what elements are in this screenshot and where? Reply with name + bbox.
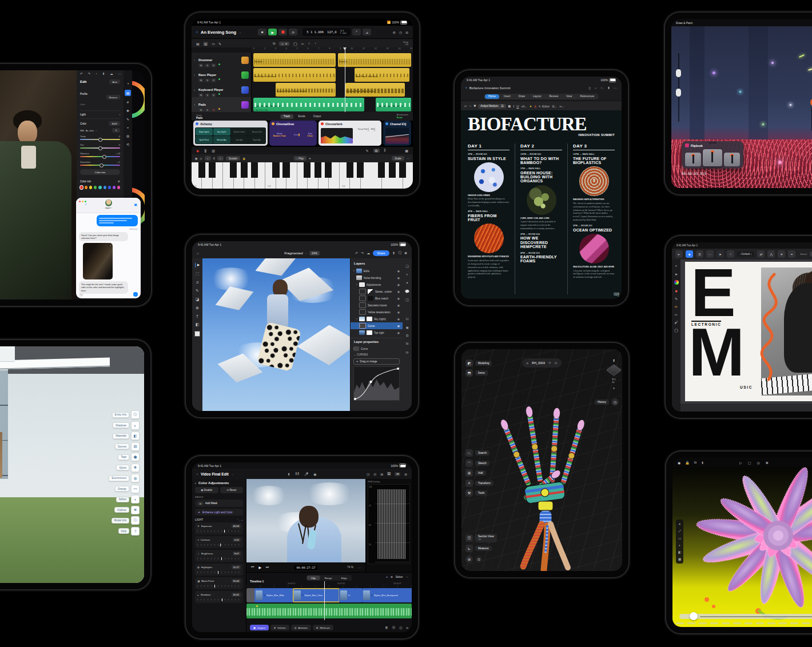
styles-button[interactable]: Styles	[116, 465, 129, 470]
region[interactable]: Keyboard Player - Simple Pad	[376, 98, 411, 111]
eraser-tool-icon[interactable]: ◪	[196, 297, 200, 302]
preset-cell[interactable]: Epic Synth	[213, 128, 230, 135]
velocity-icon[interactable]: ◔	[314, 42, 316, 46]
settings-icon[interactable]: ◷	[399, 30, 402, 34]
mask-icon[interactable]: ◧	[678, 550, 681, 554]
entity-info-icon[interactable]: ⓘ	[131, 410, 140, 419]
sketch-button[interactable]: Sketch	[475, 461, 489, 466]
timeline-scrubber[interactable]	[679, 614, 812, 619]
minimize-icon[interactable]: ⊖	[405, 30, 408, 34]
clip-s[interactable]: S...	[339, 588, 363, 602]
snap-toggle-icon[interactable]: ⊙	[475, 556, 483, 563]
region[interactable]: Keyboard Player - Block Chords	[345, 83, 405, 97]
eyedropper-icon[interactable]: ✎	[112, 128, 120, 133]
play-button[interactable]: ▶	[268, 29, 277, 35]
close-icon[interactable]: ⊗	[118, 179, 120, 183]
tab-output[interactable]: Output	[310, 114, 325, 119]
image-canvas[interactable]	[202, 258, 350, 411]
text-tool-icon[interactable]: T	[196, 314, 198, 318]
mute-icon[interactable]: Ⓐ	[392, 626, 396, 630]
preset-cell[interactable]: Synth Pluck	[196, 136, 213, 143]
close-icon[interactable]: ✕	[678, 522, 681, 526]
soften-icon[interactable]: ◖	[131, 495, 140, 504]
hand-tool-icon[interactable]: ☝	[727, 250, 734, 258]
preset-cell[interactable]: Bright Arp	[248, 136, 265, 143]
visibility-icon[interactable]: ◉	[397, 269, 400, 273]
add-attachment-button[interactable]: ＋	[79, 292, 83, 297]
brush-tool-icon[interactable]: 🖌	[675, 321, 678, 324]
quantize-icon[interactable]: ⊹ ✦	[279, 42, 289, 46]
sketch-icon[interactable]: ◠	[465, 460, 473, 467]
split-keyboard-icon[interactable]: ◫	[200, 157, 202, 160]
next-frame-icon[interactable]: ⏭	[266, 565, 269, 569]
keyboard-panel-icon[interactable]: ▦	[405, 149, 408, 153]
song-title[interactable]: An Evening Song	[201, 30, 236, 35]
search-button[interactable]: Search	[475, 450, 489, 456]
blackpoint-slider[interactable]: ◪Black Point15.44	[195, 577, 243, 589]
photo-attachment[interactable]: ✕	[83, 243, 113, 279]
heal-icon[interactable]: ✚	[126, 109, 129, 113]
layer-row[interactable]: ▾Adjustments◉	[351, 281, 403, 288]
layer-row[interactable]: ▾Sky (right)◉	[351, 315, 403, 322]
play-icon[interactable]: ▶	[258, 565, 261, 569]
clip-stub[interactable]	[246, 588, 256, 602]
clip-skyline-close-selected[interactable]: ≡Skyline_Blue_Close	[293, 588, 340, 602]
display-button[interactable]: Display	[115, 486, 129, 492]
lock-icon[interactable]: 🔒	[685, 461, 690, 465]
number-list-icon[interactable]: ≔⌄	[559, 105, 564, 108]
doc-title[interactable]: Biofacture Innovation Summit	[469, 86, 511, 90]
track-header-bass[interactable]: 2 Bass Player MSR	[192, 67, 252, 82]
solo-button[interactable]: S	[205, 63, 210, 67]
color-section[interactable]: Color	[80, 122, 86, 125]
color-mix-dots[interactable]	[80, 186, 120, 189]
frame-icon[interactable]: ▭	[678, 537, 681, 540]
home-icon[interactable]: ⌂	[197, 251, 199, 255]
timeline-playhead[interactable]	[324, 581, 325, 620]
panel-back-icon[interactable]: ‹	[195, 481, 196, 485]
align-icon[interactable]: ≑	[778, 250, 785, 258]
mic-icon[interactable]: 🎤	[304, 472, 309, 476]
contact-name[interactable]: Joyce ›	[105, 207, 112, 209]
material-icon[interactable]: ◐	[679, 544, 680, 547]
layer-row[interactable]: Yellow desaturation◉	[351, 309, 403, 315]
layer-row[interactable]: Sweat...ooster◉	[351, 288, 403, 295]
minimize-icon[interactable]: ⊖	[404, 472, 407, 476]
connect-icon[interactable]: ∞	[386, 576, 388, 578]
add-icon[interactable]: ⊞	[465, 469, 473, 477]
scenes-button[interactable]: Scenes	[115, 444, 129, 449]
settings-icon[interactable]: ✾	[766, 461, 769, 465]
record-icon[interactable]: ◉	[678, 461, 680, 465]
share-icon[interactable]: ⬆	[102, 72, 105, 75]
axis-icon[interactable]: ⌖	[613, 386, 615, 390]
eyedropper-icon[interactable]: ✎	[675, 297, 678, 301]
pen-icon[interactable]: ✒	[788, 250, 795, 258]
temp-slider[interactable]: Temp0	[80, 135, 120, 140]
region[interactable]: Bass Player - Indie Disco	[355, 68, 409, 82]
default-preset-select[interactable]: ‹ Default ›	[737, 251, 754, 257]
curves-section-header[interactable]: ⌄ CURVES	[351, 352, 403, 357]
color-mix-button[interactable]: Color mix	[80, 169, 120, 175]
editor-view-icon[interactable]: ▭	[212, 42, 215, 46]
overwrite-icon[interactable]: ⧉	[391, 576, 392, 578]
flipbook-frame-current[interactable]	[703, 149, 722, 166]
shadows-button[interactable]: Shadows	[113, 422, 129, 428]
region[interactable]: Drummer	[253, 53, 336, 67]
tab-view[interactable]: View	[563, 94, 575, 99]
masking-icon[interactable]: ◒	[127, 126, 129, 129]
drag-on-image-button[interactable]: ✛Drag on image	[353, 358, 400, 365]
plugin-chromaverb[interactable]: ChromaVerb Decay Time Wet	[319, 121, 381, 146]
stop-icon[interactable]: ▢	[748, 461, 751, 465]
piano-keyboard[interactable]: C2 C3 C4	[192, 162, 413, 189]
items-button[interactable]: Items	[475, 370, 488, 376]
back-icon[interactable]: ⇤	[675, 250, 683, 258]
export-icon[interactable]: ⬆	[392, 251, 395, 255]
doc-name[interactable]: Fragmented	[284, 251, 302, 255]
tags-icon[interactable]: ⬟	[131, 453, 140, 461]
mode-edge[interactable]: Edge	[337, 576, 352, 580]
record-enable-button[interactable]: R	[211, 63, 216, 67]
shape-tool-icon[interactable]: ◧	[196, 322, 200, 327]
environment-icon[interactable]: ◍	[131, 474, 140, 482]
remove-attachment-icon[interactable]: ✕	[109, 244, 112, 247]
layer-row-selected[interactable]: ◟Curve◉	[351, 322, 403, 329]
adjust-icon[interactable]: ◐	[406, 273, 408, 276]
